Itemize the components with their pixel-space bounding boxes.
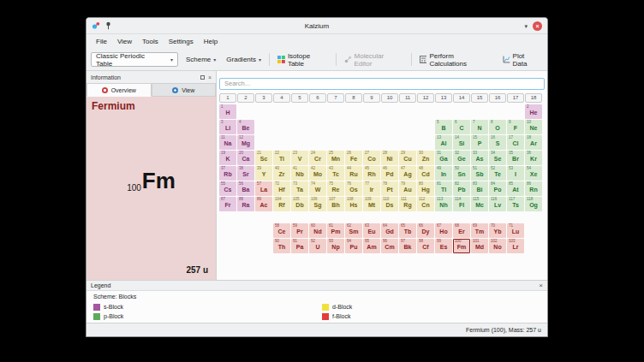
element-Tc[interactable]: 43Tc: [327, 166, 344, 181]
plot-data-button[interactable]: Plot Data: [500, 50, 543, 69]
element-Rh[interactable]: 45Rh: [363, 166, 380, 181]
gradients-button[interactable]: Gradients ▾: [224, 54, 264, 65]
element-Ts[interactable]: 117Ts: [507, 197, 524, 211]
element-Rb[interactable]: 37Rb: [219, 166, 236, 181]
element-F[interactable]: 9F: [507, 120, 524, 134]
element-Tb[interactable]: 65Tb: [399, 223, 416, 238]
element-Ds[interactable]: 110Ds: [381, 197, 398, 211]
element-Ba[interactable]: 56Ba: [237, 181, 254, 196]
element-Rn[interactable]: 86Rn: [525, 181, 542, 196]
element-Rf[interactable]: 104Rf: [273, 197, 290, 211]
element-Be[interactable]: 4Be: [237, 120, 254, 134]
element-Th[interactable]: 90Th: [273, 239, 290, 253]
element-Cr[interactable]: 24Cr: [309, 151, 326, 165]
menu-tools[interactable]: Tools: [137, 36, 164, 47]
element-Pu[interactable]: 94Pu: [345, 239, 362, 253]
element-Na[interactable]: 11Na: [219, 135, 236, 150]
element-No[interactable]: 102No: [489, 239, 506, 253]
element-N[interactable]: 7N: [471, 120, 488, 134]
element-Sg[interactable]: 106Sg: [309, 197, 326, 211]
element-Cl[interactable]: 17Cl: [507, 135, 524, 150]
element-Au[interactable]: 79Au: [399, 181, 416, 196]
element-Sb[interactable]: 51Sb: [471, 166, 488, 181]
isotope-table-button[interactable]: Isotope Table: [275, 50, 331, 69]
element-I[interactable]: 53I: [507, 166, 524, 181]
search-input[interactable]: [219, 78, 545, 90]
element-Zn[interactable]: 30Zn: [417, 151, 434, 165]
element-In[interactable]: 49In: [435, 166, 452, 181]
element-Gd[interactable]: 64Gd: [381, 223, 398, 238]
element-Mc[interactable]: 115Mc: [471, 197, 488, 211]
element-Os[interactable]: 76Os: [345, 181, 362, 196]
scheme-button[interactable]: Scheme ▾: [183, 54, 218, 65]
element-Ra[interactable]: 88Ra: [237, 197, 254, 211]
element-Bk[interactable]: 97Bk: [399, 239, 416, 253]
element-W[interactable]: 74W: [309, 181, 326, 196]
element-Ir[interactable]: 77Ir: [363, 181, 380, 196]
element-He[interactable]: 2He: [525, 104, 542, 119]
element-C[interactable]: 6C: [453, 120, 470, 134]
element-Yb[interactable]: 70Yb: [489, 223, 506, 238]
element-Fm[interactable]: 100Fm: [453, 239, 470, 253]
element-Si[interactable]: 14Si: [453, 135, 470, 150]
close-button[interactable]: ×: [533, 21, 542, 31]
element-Se[interactable]: 34Se: [489, 151, 506, 165]
element-Ti[interactable]: 22Ti: [273, 151, 290, 165]
element-Ag[interactable]: 47Ag: [399, 166, 416, 181]
element-Ho[interactable]: 67Ho: [435, 223, 452, 238]
element-Al[interactable]: 13Al: [435, 135, 452, 150]
element-Lu[interactable]: 71Lu: [507, 223, 524, 238]
element-Db[interactable]: 105Db: [291, 197, 308, 211]
element-As[interactable]: 33As: [471, 151, 488, 165]
element-O[interactable]: 8O: [489, 120, 506, 134]
element-Ge[interactable]: 32Ge: [453, 151, 470, 165]
element-Cd[interactable]: 48Cd: [417, 166, 434, 181]
close-panel-icon[interactable]: ×: [208, 74, 212, 80]
element-Sm[interactable]: 62Sm: [345, 223, 362, 238]
element-Bi[interactable]: 83Bi: [471, 181, 488, 196]
element-Nb[interactable]: 41Nb: [291, 166, 308, 181]
element-Pm[interactable]: 61Pm: [327, 223, 344, 238]
information-panel-header[interactable]: Information ×: [86, 71, 216, 83]
menu-file[interactable]: File: [91, 36, 112, 47]
perform-calculations-button[interactable]: Perform Calculations: [417, 50, 495, 69]
element-Sr[interactable]: 38Sr: [237, 166, 254, 181]
element-Sn[interactable]: 50Sn: [453, 166, 470, 181]
element-At[interactable]: 85At: [507, 181, 524, 196]
element-V[interactable]: 23V: [291, 151, 308, 165]
element-Li[interactable]: 3Li: [219, 120, 236, 134]
element-Dy[interactable]: 66Dy: [417, 223, 434, 238]
element-Tm[interactable]: 69Tm: [471, 223, 488, 238]
element-Pb[interactable]: 82Pb: [453, 181, 470, 196]
menu-view[interactable]: View: [112, 36, 137, 47]
element-Fr[interactable]: 87Fr: [219, 197, 236, 211]
element-Pa[interactable]: 91Pa: [291, 239, 308, 253]
element-Hg[interactable]: 80Hg: [417, 181, 434, 196]
element-Cf[interactable]: 98Cf: [417, 239, 434, 253]
element-Lr[interactable]: 103Lr: [507, 239, 524, 253]
element-Pd[interactable]: 46Pd: [381, 166, 398, 181]
tab-view[interactable]: View: [152, 83, 217, 97]
element-Ac[interactable]: 89Ac: [255, 197, 272, 211]
element-Bh[interactable]: 107Bh: [327, 197, 344, 211]
element-Cm[interactable]: 96Cm: [381, 239, 398, 253]
element-Co[interactable]: 27Co: [363, 151, 380, 165]
legend-header[interactable]: Legend ×: [86, 280, 547, 291]
element-Eu[interactable]: 63Eu: [363, 223, 380, 238]
element-Ga[interactable]: 31Ga: [435, 151, 452, 165]
element-S[interactable]: 16S: [489, 135, 506, 150]
element-U[interactable]: 92U: [309, 239, 326, 253]
element-Cu[interactable]: 29Cu: [399, 151, 416, 165]
element-Re[interactable]: 75Re: [327, 181, 344, 196]
element-B[interactable]: 5B: [435, 120, 452, 134]
element-Am[interactable]: 95Am: [363, 239, 380, 253]
element-Ru[interactable]: 44Ru: [345, 166, 362, 181]
element-Cn[interactable]: 112Cn: [417, 197, 434, 211]
element-Hs[interactable]: 108Hs: [345, 197, 362, 211]
element-Og[interactable]: 118Og: [525, 197, 542, 211]
element-Te[interactable]: 52Te: [489, 166, 506, 181]
element-Mg[interactable]: 12Mg: [237, 135, 254, 150]
element-Np[interactable]: 93Np: [327, 239, 344, 253]
element-Lv[interactable]: 116Lv: [489, 197, 506, 211]
element-Y[interactable]: 39Y: [255, 166, 272, 181]
